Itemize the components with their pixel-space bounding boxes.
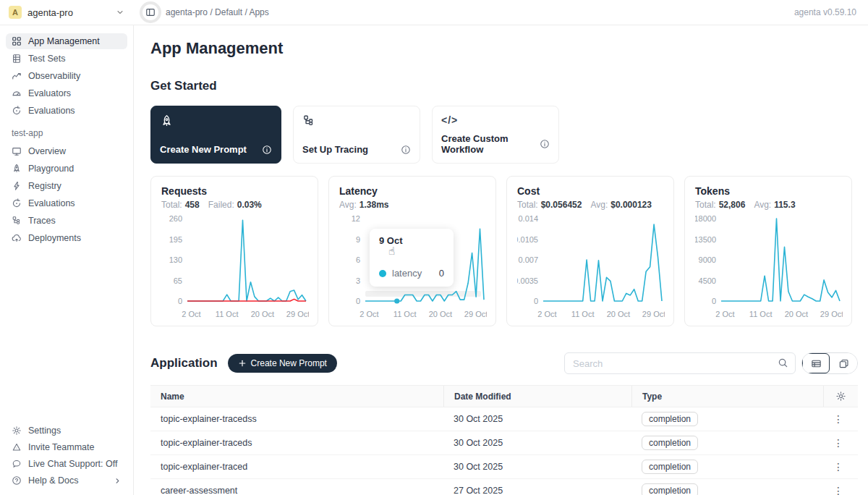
svg-text:65: 65 [174, 276, 182, 285]
table-view-button[interactable] [802, 353, 830, 373]
table-row[interactable]: topic-explainer-traced 30 Oct 2025 compl… [150, 455, 858, 479]
sidebar-footer: Settings Invite Teammate Live Chat Suppo… [0, 422, 133, 489]
row-menu-button[interactable]: ⋮ [833, 462, 843, 472]
svg-text:18000: 18000 [695, 214, 716, 223]
sidebar-item-invite-teammate[interactable]: Invite Teammate [6, 439, 127, 455]
svg-text:29 Oct: 29 Oct [642, 310, 665, 318]
svg-text:20 Oct: 20 Oct [607, 310, 630, 318]
svg-text:0.007: 0.007 [518, 255, 538, 264]
chat-bubble-icon [12, 459, 22, 469]
create-custom-workflow-card[interactable]: </> Create Custom Workflow [432, 106, 559, 164]
card-view-button[interactable] [830, 353, 857, 373]
sidebar-item-label: Invite Teammate [28, 442, 94, 452]
sidebar-item-label: Traces [28, 216, 56, 226]
column-header-date-modified[interactable]: Date Modified [443, 386, 631, 407]
stat-value: $0.056452 [541, 200, 582, 210]
sidebar-item-overview[interactable]: Overview [6, 143, 127, 159]
series-dot [379, 270, 386, 277]
cloud-icon [12, 233, 22, 243]
date-modified: 30 Oct 2025 [443, 414, 631, 424]
date-modified: 30 Oct 2025 [443, 438, 631, 448]
app-name: topic-explainer-traced [150, 462, 443, 472]
sidebar-item-label: Overview [28, 146, 66, 156]
breadcrumb[interactable]: agenta-pro / Default / Apps [166, 7, 269, 17]
info-icon[interactable] [401, 145, 411, 155]
sidebar-item-help-docs[interactable]: Help & Docs [6, 473, 127, 488]
type-badge: completion [642, 460, 698, 474]
gear-icon [835, 391, 846, 402]
page-title: App Management [150, 39, 858, 58]
tree-icon [302, 114, 411, 127]
table-row[interactable]: topic-explainer-traceds 30 Oct 2025 comp… [150, 431, 858, 455]
tooltip-value: 0 [439, 268, 444, 279]
sidebar-item-settings[interactable]: Settings [6, 423, 127, 439]
sidebar-item-evaluations[interactable]: Evaluations [6, 103, 127, 119]
sidebar-item-live-chat[interactable]: Live Chat Support: Off [6, 456, 127, 472]
svg-text:4500: 4500 [699, 276, 716, 285]
app-name: topic-explainer-tracedss [150, 414, 443, 424]
workspace-name: agenta-pro [27, 7, 73, 18]
stat-value: 458 [185, 200, 200, 210]
sidebar-item-label: App Management [28, 36, 100, 46]
sidebar-item-label: Evaluators [28, 88, 71, 98]
create-button-label: Create New Prompt [251, 358, 327, 368]
svg-text:0: 0 [534, 297, 538, 305]
search-icon[interactable] [778, 358, 788, 368]
sidebar-item-playground[interactable]: Playground [6, 161, 127, 177]
svg-text:3: 3 [356, 276, 360, 285]
stat-value: 0.03% [237, 200, 262, 210]
sidebar-collapse-button[interactable] [142, 4, 158, 20]
app-version: agenta v0.59.10 [794, 7, 868, 17]
row-menu-button[interactable]: ⋮ [833, 438, 843, 448]
tree-icon [12, 216, 22, 226]
table-row[interactable]: topic-explainer-tracedss 30 Oct 2025 com… [150, 407, 858, 431]
bolt-icon [12, 181, 22, 191]
refresh-circle-icon [12, 106, 22, 116]
sidebar-item-registry[interactable]: Registry [6, 178, 127, 194]
column-header-type[interactable]: Type [631, 386, 823, 407]
latency-metric-card: Latency Avg:1.38ms 0369122 Oct11 Oct20 O… [328, 176, 496, 326]
mouse-cursor-icon: ☝ [388, 245, 395, 258]
sidebar-item-label: Registry [28, 181, 61, 191]
search-input[interactable] [564, 352, 796, 374]
sidebar-item-evaluators[interactable]: Evaluators [6, 85, 127, 101]
sidebar-item-test-sets[interactable]: Test Sets [6, 51, 127, 67]
search-box [564, 352, 796, 374]
refresh-circle-icon [12, 198, 22, 208]
column-header-name[interactable]: Name [150, 386, 443, 407]
requests-metric-card: Requests Total:458 Failed:0.03% 06513019… [150, 176, 318, 326]
code-icon: </> [441, 114, 550, 126]
rocket-icon [12, 164, 22, 174]
info-icon[interactable] [262, 145, 272, 155]
card-label: Create New Prompt [160, 144, 247, 155]
svg-text:130: 130 [169, 255, 182, 264]
set-up-tracing-card[interactable]: Set Up Tracing [293, 106, 420, 164]
create-new-prompt-card[interactable]: Create New Prompt [150, 106, 281, 164]
sidebar-app-section-label: test-app [0, 119, 133, 143]
app-name: career-assessment [150, 486, 443, 495]
sidebar-item-app-evaluations[interactable]: Evaluations [6, 195, 127, 211]
svg-text:0.014: 0.014 [518, 214, 538, 223]
column-settings[interactable] [823, 386, 858, 407]
workspace-selector[interactable]: A agenta-pro [0, 0, 134, 25]
stat-label: Total: [517, 200, 538, 210]
create-new-prompt-button[interactable]: Create New Prompt [228, 354, 337, 373]
panel-icon [145, 7, 156, 17]
date-modified: 30 Oct 2025 [443, 462, 631, 472]
sidebar-item-traces[interactable]: Traces [6, 213, 127, 229]
table-row[interactable]: career-assessment 27 Oct 2025 completion… [150, 479, 858, 495]
info-icon[interactable] [540, 139, 550, 149]
stat-value: 52,806 [719, 200, 746, 210]
sidebar-item-app-management[interactable]: App Management [6, 33, 127, 49]
row-menu-button[interactable]: ⋮ [833, 414, 843, 424]
row-menu-button[interactable]: ⋮ [833, 486, 843, 495]
svg-text:2 Oct: 2 Oct [182, 310, 200, 318]
main-content: App Management Get Started Create New Pr… [134, 25, 868, 495]
svg-text:11 Oct: 11 Oct [571, 310, 595, 318]
svg-text:0.0105: 0.0105 [517, 235, 538, 244]
stat-label: Avg: [590, 200, 608, 210]
topbar: A agenta-pro agenta-pro / Default / Apps… [0, 0, 868, 25]
sidebar-item-observability[interactable]: Observability [6, 68, 127, 84]
sidebar: App Management Test Sets Observability E… [0, 25, 134, 495]
sidebar-item-deployments[interactable]: Deployments [6, 230, 127, 246]
